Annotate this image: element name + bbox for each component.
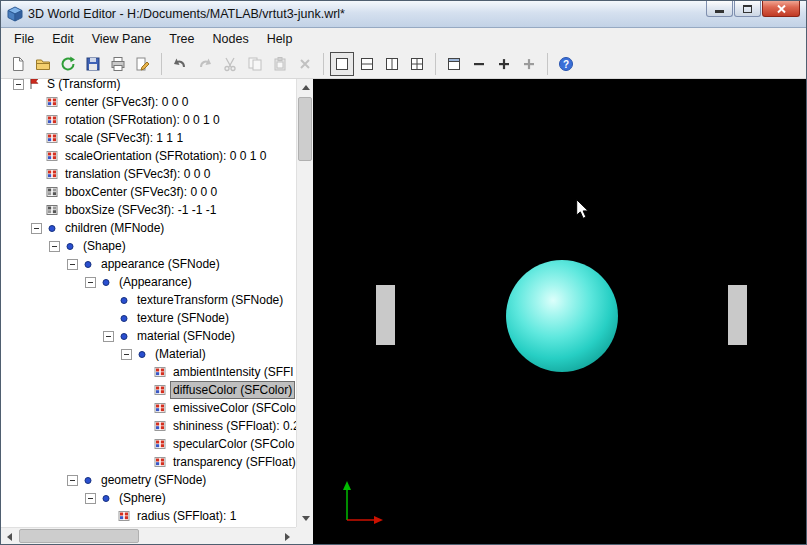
tree-item-label[interactable]: specularColor (SFColo [170,435,296,453]
undo-button[interactable] [168,52,192,76]
collapse-toggle-icon[interactable] [121,349,132,360]
tree-item-label[interactable]: diffuseColor (SFColor) [170,381,295,399]
tree-item[interactable]: translation (SFVec3f): 0 0 0 [1,165,296,183]
tree-item-label[interactable]: (Shape) [80,237,129,255]
tree-item-label[interactable]: bboxCenter (SFVec3f): 0 0 0 [62,183,220,201]
tree-item-label[interactable]: radius (SFFloat): 1 [134,507,239,525]
pane-split-vertical-button[interactable] [380,52,404,76]
save-button[interactable] [81,52,105,76]
tree-item[interactable]: (Shape) [1,237,296,255]
horizontal-scroll-thumb[interactable] [19,529,139,543]
app-icon [7,6,23,22]
menu-item-tree[interactable]: Tree [160,29,203,49]
tree-item-label[interactable]: (Appearance) [116,273,195,291]
tree-item[interactable]: ambientIntensity (SFFl [1,363,296,381]
tree-item[interactable]: scaleOrientation (SFRotation): 0 0 1 0 [1,147,296,165]
tree-item[interactable]: scale (SFVec3f): 1 1 1 [1,129,296,147]
collapse-toggle-icon[interactable] [31,223,42,234]
tree-item-label[interactable]: S (Transform) [44,79,124,93]
tree-item-label[interactable]: (Material) [152,345,209,363]
tree-item[interactable]: (Material) [1,345,296,363]
help-button[interactable]: ? [554,52,578,76]
collapse-toggle-icon[interactable] [85,277,96,288]
tree-item-label[interactable]: scale (SFVec3f): 1 1 1 [62,129,186,147]
tree-item[interactable]: diffuseColor (SFColor) [1,381,296,399]
toolbar-separator [161,53,162,75]
tree-item[interactable]: emissiveColor (SFColo [1,399,296,417]
tree-item-label[interactable]: transparency (SFFloat) [170,453,296,471]
menu-item-file[interactable]: File [5,29,43,49]
tree-item-label[interactable]: bboxSize (SFVec3f): -1 -1 -1 [62,201,219,219]
tree-item[interactable]: S (Transform) [1,79,296,93]
menu-item-edit[interactable]: Edit [43,29,83,49]
menu-item-help[interactable]: Help [258,29,302,49]
edit-button[interactable] [131,52,155,76]
scroll-up-button[interactable] [297,79,313,96]
collapse-toggle-icon[interactable] [67,259,78,270]
pane-single-button[interactable] [330,52,354,76]
tree-item-label[interactable]: translation (SFVec3f): 0 0 0 [62,165,213,183]
tree-item-label[interactable]: center (SFVec3f): 0 0 0 [62,93,191,111]
pane-split-horizontal-button[interactable] [355,52,379,76]
cut-icon [222,56,238,72]
refresh-button[interactable] [56,52,80,76]
open-icon [35,56,51,72]
tree-item-label[interactable]: textureTransform (SFNode) [134,291,286,309]
field-icon [154,366,166,378]
menu-item-view-pane[interactable]: View Pane [83,29,161,49]
tree-item[interactable]: specularColor (SFColo [1,435,296,453]
titlebar[interactable]: 3D World Editor - H:/Documents/MATLAB/vr… [1,1,806,28]
zoom-out-button[interactable] [467,52,491,76]
vertical-scroll-thumb[interactable] [298,97,312,161]
close-button[interactable] [762,1,800,17]
tree-item[interactable]: textureTransform (SFNode) [1,291,296,309]
field-icon [154,402,166,414]
collapse-toggle-icon[interactable] [13,79,24,90]
tree-item-label[interactable]: shininess (SFFloat): 0.2 [170,417,296,435]
pane-grid-button[interactable] [405,52,429,76]
tree-item[interactable]: radius (SFFloat): 1 [1,507,296,525]
tree-item-label[interactable]: texture (SFNode) [134,309,232,327]
menu-item-nodes[interactable]: Nodes [204,29,258,49]
scroll-right-button[interactable] [279,528,296,544]
tree-item-label[interactable]: scaleOrientation (SFRotation): 0 0 1 0 [62,147,269,165]
tree-item[interactable]: appearance (SFNode) [1,255,296,273]
collapse-toggle-icon[interactable] [67,475,78,486]
collapse-toggle-icon[interactable] [103,331,114,342]
tree-item-label[interactable]: rotation (SFRotation): 0 0 1 0 [62,111,223,129]
tree-item[interactable]: transparency (SFFloat) [1,453,296,471]
tree-item-label[interactable]: ambientIntensity (SFFl [170,363,296,381]
tree-item-label[interactable]: emissiveColor (SFColo [170,399,296,417]
tree-item[interactable]: geometry (SFNode) [1,471,296,489]
print-button[interactable] [106,52,130,76]
tree-item-label[interactable]: children (MFNode) [62,219,167,237]
tree-item[interactable]: children (MFNode) [1,219,296,237]
tree-item[interactable]: texture (SFNode) [1,309,296,327]
edit-icon [135,56,151,72]
tree-item-label[interactable]: appearance (SFNode) [98,255,223,273]
new-button[interactable] [6,52,30,76]
tree-item[interactable]: (Sphere) [1,489,296,507]
tree-item[interactable]: (Appearance) [1,273,296,291]
scroll-down-button[interactable] [297,510,313,527]
tree-item[interactable]: center (SFVec3f): 0 0 0 [1,93,296,111]
tree-item[interactable]: rotation (SFRotation): 0 0 1 0 [1,111,296,129]
tree-vertical-scrollbar[interactable] [296,79,313,527]
scroll-left-button[interactable] [1,528,18,544]
collapse-toggle-icon[interactable] [85,493,96,504]
tree-item-label[interactable]: (Sphere) [116,489,169,507]
3d-viewport[interactable] [313,79,806,544]
minimize-button[interactable] [706,1,733,17]
tree-item-label[interactable]: geometry (SFNode) [98,471,209,489]
tree-item[interactable]: material (SFNode) [1,327,296,345]
tree-item-label[interactable]: material (SFNode) [134,327,238,345]
view-fit-button[interactable] [442,52,466,76]
open-button[interactable] [31,52,55,76]
tree-item[interactable]: shininess (SFFloat): 0.2 [1,417,296,435]
maximize-button[interactable] [734,1,761,17]
tree-item[interactable]: bboxSize (SFVec3f): -1 -1 -1 [1,201,296,219]
zoom-in-button[interactable] [492,52,516,76]
tree-horizontal-scrollbar[interactable] [1,527,296,544]
tree-item[interactable]: bboxCenter (SFVec3f): 0 0 0 [1,183,296,201]
collapse-toggle-icon[interactable] [49,241,60,252]
